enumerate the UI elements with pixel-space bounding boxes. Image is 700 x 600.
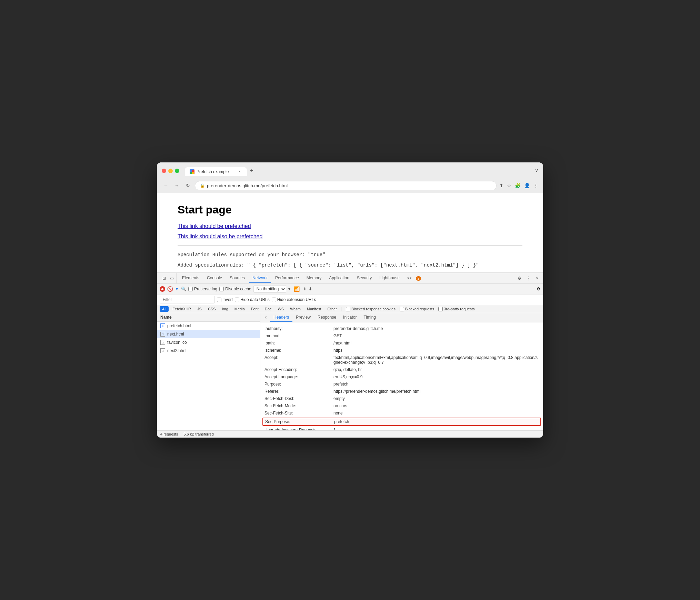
search-icon[interactable]: 🔍 [181,287,186,291]
headers-tab-preview[interactable]: Preview [292,313,314,322]
type-js[interactable]: JS [195,306,204,312]
header-value: https://prerender-demos.glitch.me/prefet… [333,389,539,394]
invert-checkbox[interactable] [217,298,221,302]
headers-tab-timing[interactable]: Timing [360,313,379,322]
reload-button[interactable]: ↻ [184,181,192,190]
tab-application[interactable]: Application [326,273,353,283]
browser-tab[interactable]: Prefetch example × [185,167,247,176]
headers-tab-response[interactable]: Response [314,313,340,322]
tab-lighthouse[interactable]: Lighthouse [376,273,403,283]
hide-data-urls-checkbox[interactable] [235,298,239,302]
files-list: Name ≡ prefetch.html □ next.html □ favic… [157,313,260,430]
header-value: 1 [333,428,539,430]
link-1[interactable]: This link should be prefetched [178,223,522,229]
type-css[interactable]: CSS [206,306,218,312]
headers-tab-initiator[interactable]: Initiator [340,313,360,322]
header-name: :path: [264,341,333,346]
link-2[interactable]: This link should also be prefetched [178,233,522,240]
address-bar: ← → ↻ 🔒 prerender-demos.glitch.me/prefet… [157,179,543,193]
blocked-response-checkbox[interactable] [346,307,350,311]
tab-performance[interactable]: Performance [272,273,302,283]
hide-ext-urls-label[interactable]: Hide extension URLs [272,297,316,302]
type-ws[interactable]: WS [275,306,286,312]
network-settings-icon[interactable]: ⚙ [537,287,540,291]
url-text: prerender-demos.glitch.me/prefetch.html [207,183,288,188]
preserve-log-label[interactable]: Preserve log [188,287,217,291]
share-icon[interactable]: ⬆ [499,183,503,188]
dropdown-button[interactable]: ∨ [535,168,538,173]
tab-sources[interactable]: Sources [226,273,248,283]
generic-file-icon-1: □ [160,332,165,337]
type-manifest[interactable]: Manifest [304,306,324,312]
tab-console[interactable]: Console [203,273,226,283]
type-fetch-xhr[interactable]: Fetch/XHR [170,306,193,312]
record-button[interactable]: ⏺ [160,286,165,292]
type-wasm[interactable]: Wasm [288,306,303,312]
header-value: gzip, deflate, br [333,367,539,372]
tab-close-button[interactable]: × [237,169,242,174]
file-row-favicon[interactable]: □ favicon.ico [157,338,260,347]
preserve-log-checkbox[interactable] [188,287,193,291]
hide-data-urls-label[interactable]: Hide data URLs [235,297,270,302]
clear-button[interactable]: 🚫 [167,286,173,292]
type-other[interactable]: Other [325,306,339,312]
svg-rect-2 [190,172,192,174]
throttle-select[interactable]: No throttling [253,285,286,293]
device-icon[interactable]: ▭ [169,275,175,281]
header-name: Sec-Fetch-Dest: [264,396,333,401]
blocked-requests-checkbox[interactable] [400,307,404,311]
devtools-close-icon[interactable]: × [534,275,540,281]
header-name: Accept: [264,355,333,365]
tab-memory[interactable]: Memory [303,273,325,283]
tab-network[interactable]: Network [249,273,271,283]
tab-elements[interactable]: Elements [179,273,203,283]
file-row-next-html[interactable]: □ next.html [157,330,260,338]
tab-security[interactable]: Security [353,273,375,283]
devtools-more-icon[interactable]: ⋮ [525,275,531,281]
more-tabs-button[interactable]: >> [404,274,415,283]
disable-cache-label[interactable]: Disable cache [219,287,251,291]
type-font[interactable]: Font [249,306,261,312]
menu-icon[interactable]: ⋮ [533,183,538,188]
page-content: Start page This link should be prefetche… [157,193,543,273]
header-name: Sec-Purpose: [265,419,334,424]
file-row-next2-html[interactable]: □ next2.html [157,347,260,355]
inspect-icon[interactable]: ⊡ [161,275,167,281]
window-controls [162,169,179,173]
back-button[interactable]: ← [162,181,170,190]
filter-icon[interactable]: ▼ [175,287,179,291]
header-name: :method: [264,333,333,338]
type-all[interactable]: All [160,306,169,312]
type-doc[interactable]: Doc [262,306,274,312]
minimize-button[interactable] [168,169,173,173]
extension-icon[interactable]: 🧩 [515,183,521,188]
bookmark-icon[interactable]: ☆ [507,183,511,188]
filter-input[interactable] [160,296,215,303]
maximize-button[interactable] [175,169,179,173]
close-button[interactable] [162,169,166,173]
headers-tab-headers[interactable]: Headers [270,313,292,322]
header-row: :scheme:https [264,347,539,354]
wifi-icon: 📶 [294,286,300,292]
type-img[interactable]: Img [220,306,231,312]
request-count: 4 requests [160,432,178,436]
hide-ext-urls-checkbox[interactable] [272,298,276,302]
invert-label[interactable]: Invert [217,297,233,302]
headers-close-button[interactable]: × [263,315,269,320]
blocked-response-label[interactable]: Blocked response cookies [346,307,396,311]
type-media[interactable]: Media [232,306,247,312]
svg-rect-0 [190,170,192,172]
third-party-label[interactable]: 3rd-party requests [438,307,474,311]
blocked-requests-label[interactable]: Blocked requests [400,307,434,311]
file-row-prefetch-html[interactable]: ≡ prefetch.html [157,322,260,330]
address-right-icons: ⬆ ☆ 🧩 👤 ⋮ [499,183,538,188]
devtools-settings-icon[interactable]: ⚙ [516,275,522,281]
header-value: GET [333,333,539,338]
new-tab-button[interactable]: + [247,166,257,176]
profile-icon[interactable]: 👤 [524,183,530,188]
url-bar[interactable]: 🔒 prerender-demos.glitch.me/prefetch.htm… [195,181,497,190]
forward-button[interactable]: → [173,181,181,190]
third-party-checkbox[interactable] [438,307,443,311]
header-value: prefetch [333,382,539,387]
disable-cache-checkbox[interactable] [219,287,224,291]
